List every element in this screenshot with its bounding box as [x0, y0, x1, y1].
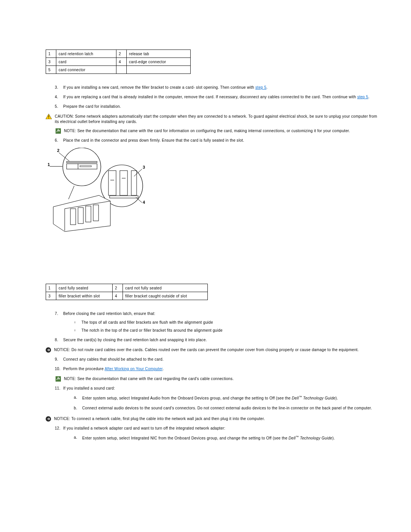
step-text: If you installed a network adapter card …: [63, 426, 225, 430]
fig-label-3: 3: [143, 165, 145, 169]
cell: [116, 66, 127, 74]
link-step5[interactable]: step 5: [357, 95, 368, 99]
steps-list-a: If you are installing a new card, remove…: [46, 85, 388, 109]
notice-callout: NOTICE: To connect a network cable, firs…: [46, 416, 381, 422]
steps-list-d: Connect any cables that should be attach…: [46, 357, 388, 371]
step-12: If you installed a network adapter card …: [55, 426, 388, 441]
svg-rect-22: [86, 206, 91, 222]
step-text: Before closing the card retention latch,…: [63, 312, 155, 316]
note-text: See the documentation that came with the…: [76, 129, 350, 133]
note-icon: [56, 128, 61, 134]
fig-label-1: 1: [48, 162, 50, 167]
step-text: If you installed a sound card:: [63, 386, 115, 390]
cell: card not fully seated: [123, 284, 208, 292]
step-text: .: [266, 85, 268, 89]
text-italic: Dell: [288, 436, 295, 441]
step-11: If you installed a sound card: Enter sys…: [55, 386, 388, 411]
cell: card: [56, 58, 116, 66]
cell: 1: [46, 50, 56, 58]
caution-callout: ! CAUTION: Some network adapters automat…: [46, 114, 381, 125]
cell: 4: [113, 292, 123, 300]
cell: card fully seated: [56, 284, 113, 292]
step-12a: Enter system setup, select Integrated NI…: [74, 435, 388, 441]
fig-label-4: 4: [143, 200, 145, 204]
note-label: NOTE:: [64, 129, 76, 133]
step-text: Perform the procedure: [63, 367, 105, 371]
text: Enter system setup, select Integrated Au…: [82, 396, 292, 400]
svg-rect-21: [78, 208, 83, 224]
legend-table-2: 1 card fully seated 2 card not fully sea…: [46, 284, 208, 300]
cell: [127, 66, 191, 74]
step-5: Prepare the card for installation.: [55, 104, 388, 109]
step-text: .: [368, 95, 370, 99]
text-italic: Technology Guide: [299, 436, 332, 441]
caution-icon: !: [46, 114, 52, 120]
alpha-list: Enter system setup, select Integrated Au…: [74, 395, 388, 411]
text: ).: [336, 396, 338, 400]
notice-icon: [46, 347, 51, 353]
link-after-working[interactable]: After Working on Your Computer: [105, 367, 162, 371]
step-7: Before closing the card retention latch,…: [55, 312, 388, 332]
cell: filler bracket within slot: [56, 292, 113, 300]
cell: 3: [46, 58, 56, 66]
steps-list-c: Before closing the card retention latch,…: [46, 312, 388, 342]
note-text: See the documentation that came with the…: [76, 377, 234, 381]
step-4: If you are replacing a card that is alre…: [55, 95, 388, 99]
sub-list: The tops of all cards and filler bracket…: [75, 320, 388, 332]
cell: 3: [46, 292, 56, 300]
steps-list-e: If you installed a sound card: Enter sys…: [46, 386, 388, 411]
cell: 1: [46, 284, 56, 292]
text: ).: [332, 436, 335, 441]
link-step5[interactable]: step 5: [255, 85, 266, 89]
step-11b: Connect external audio devices to the so…: [74, 406, 388, 411]
notice-callout: NOTICE: Do not route card cables over th…: [46, 347, 381, 353]
cell: 5: [46, 66, 56, 74]
cell: filler bracket caught outside of slot: [123, 292, 208, 300]
step-text: If you are replacing a card that is alre…: [63, 95, 357, 99]
step-11a: Enter system setup, select Integrated Au…: [74, 395, 388, 401]
cell: card-edge connector: [127, 58, 191, 66]
text-italic: Dell: [292, 396, 299, 400]
step-8: Secure the card(s) by closing the card r…: [55, 338, 388, 342]
cell: card retention latch: [56, 50, 116, 58]
notice-text: Do not route card cables over the cards.…: [70, 348, 359, 352]
trademark: ™: [296, 435, 299, 439]
sub-item: The notch in the top of the card or fill…: [75, 328, 388, 332]
steps-list-b: Place the card in the connector and pres…: [46, 138, 388, 142]
step-10: Perform the procedure After Working on Y…: [55, 367, 388, 371]
notice-icon: [46, 416, 51, 422]
cell: 2: [113, 284, 123, 292]
step-text: If you are installing a new card, remove…: [63, 85, 255, 89]
cell: 4: [116, 58, 127, 66]
notice-label: NOTICE:: [54, 348, 70, 352]
card-seating-figure: 2 1 3 4: [46, 148, 388, 234]
step-6: Place the card in the connector and pres…: [55, 138, 388, 142]
cell: 2: [116, 50, 127, 58]
caution-text: Some network adapters automatically star…: [55, 114, 377, 124]
text: Enter system setup, select Integrated NI…: [82, 436, 288, 441]
legend-table-1: 1 card retention latch 2 release tab 3 c…: [46, 50, 191, 74]
svg-text:!: !: [48, 115, 49, 119]
fig-label-2: 2: [57, 148, 59, 153]
svg-rect-23: [93, 205, 99, 221]
note-callout: NOTE: See the documentation that came wi…: [56, 128, 381, 134]
cell: release tab: [127, 50, 191, 58]
step-text: .: [162, 367, 164, 371]
notice-text: To connect a network cable, first plug t…: [70, 417, 265, 421]
cell: card connector: [56, 66, 116, 74]
alpha-list: Enter system setup, select Integrated NI…: [74, 435, 388, 441]
note-label: NOTE:: [64, 377, 76, 381]
note-icon: [56, 376, 61, 382]
svg-rect-20: [70, 209, 76, 225]
note-callout: NOTE: See the documentation that came wi…: [56, 376, 381, 382]
steps-list-f: If you installed a network adapter card …: [46, 426, 388, 441]
step-9: Connect any cables that should be attach…: [55, 357, 388, 361]
notice-label: NOTICE:: [54, 417, 70, 421]
sub-item: The tops of all cards and filler bracket…: [75, 320, 388, 324]
caution-label: CAUTION:: [55, 114, 74, 118]
step-3: If you are installing a new card, remove…: [55, 85, 388, 89]
svg-line-15: [68, 186, 74, 199]
text-italic: Technology Guide: [302, 396, 335, 400]
